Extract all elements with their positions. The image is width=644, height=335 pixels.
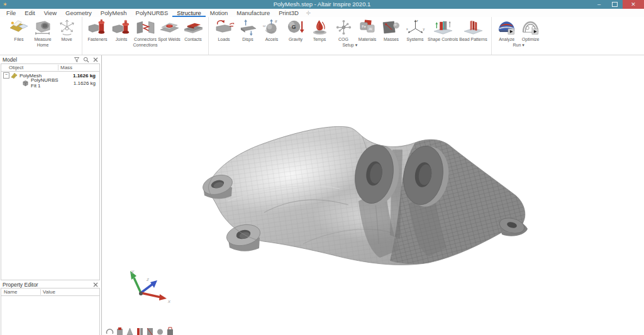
menu-item-file[interactable]: File: [2, 9, 20, 17]
optimize-icon: [520, 18, 541, 36]
close-button[interactable]: [92, 57, 99, 63]
tool-cog[interactable]: COG: [331, 18, 355, 41]
tree-expander[interactable]: −: [3, 72, 9, 79]
tool-label-connectors: Connectors: [134, 37, 157, 41]
tool-masses[interactable]: Masses: [379, 18, 403, 41]
left-panel: Model Object Mass −PolyMesh1.1626 kgPoly…: [0, 55, 102, 335]
polynurbs-cube-icon: [22, 80, 29, 87]
view-tool-glyph: [126, 326, 134, 335]
view-toolbar-icon-7[interactable]: [166, 326, 174, 335]
ribbon-group-label-run[interactable]: Run ▾: [495, 43, 543, 48]
analyze-icon: [496, 18, 517, 36]
tool-label-systems: Systems: [407, 37, 424, 41]
tool-label-fasteners: Fasteners: [87, 37, 107, 41]
column-name[interactable]: Name: [1, 289, 40, 295]
column-object[interactable]: Object: [1, 65, 58, 70]
bead-patterns-icon: [463, 18, 484, 36]
tool-label-spot-welds: Spot Welds: [158, 37, 180, 41]
tool-bead-patterns[interactable]: Bead Patterns: [458, 18, 487, 41]
tool-accels[interactable]: gωAccels: [260, 18, 284, 41]
tree-row-polynurbs-fit-1[interactable]: PolyNURBS Fit 11.1626 kg: [1, 79, 99, 87]
column-value[interactable]: Value: [40, 289, 99, 295]
menu-item-polynurbs[interactable]: PolyNURBS: [131, 9, 173, 17]
tool-label-optimize: Optimize: [522, 37, 540, 41]
tool-spot-welds[interactable]: Spot Welds: [157, 18, 181, 41]
window-title: PolyMesh.step - Altair Inspire 2020.1: [0, 0, 644, 9]
tool-label-temps: Temps: [313, 37, 326, 41]
tool-label-files: Files: [14, 37, 24, 41]
close-icon[interactable]: [92, 282, 99, 288]
svg-text:x: x: [406, 27, 408, 31]
view-tool-glyph: [156, 326, 164, 335]
svg-text:Fe: Fe: [362, 25, 366, 28]
menu-item-geometry[interactable]: Geometry: [61, 9, 96, 17]
ribbon-group-connections: FastenersJointsConnectorsSpot WeldsConta…: [82, 17, 208, 55]
fasteners-icon: [87, 18, 108, 36]
tool-contacts[interactable]: Contacts: [181, 18, 205, 41]
tool-connectors[interactable]: Connectors: [133, 18, 157, 41]
tool-label-disps: Disps: [242, 37, 253, 41]
tool-label-materials: Materials: [358, 37, 376, 41]
column-mass[interactable]: Mass: [58, 65, 99, 70]
filter-button[interactable]: [74, 57, 80, 63]
tool-fasteners[interactable]: Fasteners: [86, 18, 109, 41]
view-tool-glyph: [146, 326, 154, 335]
tool-shape-controls[interactable]: Shape Controls: [427, 18, 458, 41]
polymesh-model[interactable]: [102, 55, 644, 335]
connectors-icon: [135, 18, 156, 36]
plus-icon[interactable]: ✛: [303, 9, 314, 17]
tool-label-accels: Accels: [265, 37, 279, 41]
tool-label-cog: COG: [338, 37, 348, 41]
contacts-icon: [183, 18, 204, 36]
tool-joints[interactable]: Joints: [109, 18, 133, 41]
menu-item-edit[interactable]: Edit: [20, 9, 39, 17]
view-toolbar-icon-4[interactable]: [136, 326, 144, 335]
accels-icon: gω: [262, 18, 282, 36]
view-tool-glyph: [136, 326, 144, 335]
maximize-button[interactable]: [607, 0, 623, 9]
tool-measure[interactable]: Measure: [31, 18, 55, 41]
view-toolbar-icon-2[interactable]: [116, 326, 124, 335]
ribbon-group-label-setup[interactable]: Setup ▾: [212, 43, 488, 48]
spot-welds-icon: [159, 18, 180, 36]
tool-label-masses: Masses: [384, 37, 399, 41]
tool-label-analyze: Analyze: [499, 37, 514, 41]
menu-item-view[interactable]: View: [40, 9, 61, 17]
tree-item-label: PolyNURBS Fit 1: [31, 77, 64, 89]
joints-icon: [111, 18, 132, 36]
loads-icon: [214, 18, 235, 36]
view-tool-glyph: [116, 326, 124, 335]
view-toolbar-icon-6[interactable]: [156, 326, 164, 335]
menu-item-motion[interactable]: Motion: [206, 9, 233, 17]
tool-analyze[interactable]: Analyze: [495, 18, 519, 41]
view-toolbar-icon-1[interactable]: [106, 326, 114, 335]
tool-materials[interactable]: FeAlMaterials: [355, 18, 379, 41]
menu-item-manufacture[interactable]: Manufacture: [232, 9, 274, 17]
tool-optimize[interactable]: Optimize: [519, 18, 543, 41]
tool-temps[interactable]: Temps: [308, 18, 331, 41]
model-browser: Object Mass −PolyMesh1.1626 kgPolyNURBS …: [1, 63, 100, 280]
menu-item-structure[interactable]: Structure: [172, 9, 206, 17]
tool-move[interactable]: Move: [55, 18, 79, 41]
view-toolbar-icon-3[interactable]: [126, 326, 134, 335]
minimize-button[interactable]: –: [591, 0, 607, 9]
menu-item-print3d[interactable]: Print3D: [274, 9, 303, 17]
model-panel-header: Model: [0, 55, 101, 63]
tool-files[interactable]: Files: [7, 18, 31, 41]
ribbon-toolbar: FilesMeasureMoveHomeFastenersJointsConne…: [0, 17, 644, 55]
property-editor-table: Name Value: [1, 288, 100, 335]
masses-icon: [381, 18, 402, 36]
gravity-icon: G: [286, 18, 306, 36]
search-button[interactable]: [83, 57, 89, 63]
tool-disps[interactable]: Disps: [236, 18, 260, 41]
tool-loads[interactable]: Loads: [212, 18, 236, 41]
menu-item-polymesh[interactable]: PolyMesh: [96, 9, 131, 17]
view-toolbar-icon-5[interactable]: [146, 326, 154, 335]
close-button[interactable]: ✕: [623, 0, 644, 9]
view-toolbar: [106, 326, 174, 335]
svg-text:Al: Al: [369, 27, 372, 31]
tool-gravity[interactable]: GGravity: [284, 18, 308, 41]
tool-systems[interactable]: zxySystems: [403, 18, 427, 41]
view-tool-glyph: [166, 326, 174, 335]
viewport-3d[interactable]: y z x: [102, 55, 644, 335]
